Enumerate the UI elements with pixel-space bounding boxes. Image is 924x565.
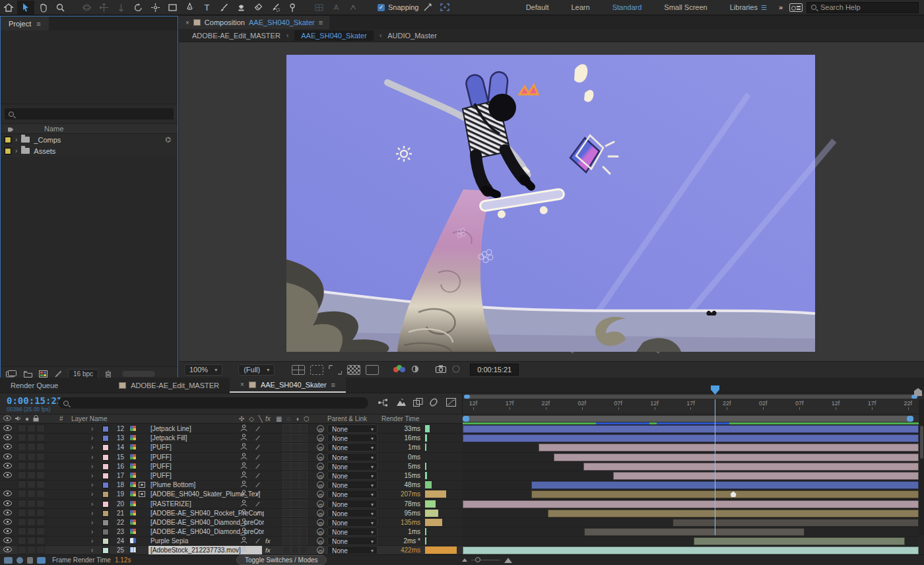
table-row[interactable]: › 13 [Jetpack Fill] ∕ @ None▾ 16ms: [0, 434, 462, 443]
shy-switch-icon[interactable]: [240, 509, 248, 517]
shy-switch-icon[interactable]: [240, 471, 248, 480]
pickwhip-icon[interactable]: @: [317, 472, 324, 479]
layer-track[interactable]: [463, 527, 919, 537]
layer-visibility-eye-icon[interactable]: [3, 527, 13, 536]
layer-duration-bar[interactable]: [548, 510, 919, 517]
table-row[interactable]: › 19 [ADOBE_SH040_Skater_Plume_Tex] ∕ @ …: [0, 490, 462, 499]
layer-expand-chevron[interactable]: ›: [91, 537, 93, 545]
parent-select[interactable]: None▾: [327, 509, 378, 517]
workspace-tab[interactable]: Standard: [601, 3, 653, 11]
lock-column-icon[interactable]: [33, 415, 39, 423]
layer-expand-chevron[interactable]: ›: [91, 462, 93, 471]
quality-switch-icon[interactable]: ∕: [257, 471, 259, 480]
tab-project[interactable]: Project ≡: [1, 17, 49, 30]
eraser-tool-icon[interactable]: [249, 1, 267, 15]
layer-visibility-eye-icon[interactable]: [3, 500, 13, 508]
table-row[interactable]: › 21 [ADOBE-AE_SH040_Rocket_PreComp] ∕ @…: [0, 509, 462, 518]
parent-select[interactable]: None▾: [327, 527, 378, 536]
layer-track[interactable]: [463, 481, 919, 490]
parent-select[interactable]: None▾: [327, 443, 378, 451]
layer-name-column-header[interactable]: Layer Name: [71, 415, 107, 422]
zoom-scrub-icon[interactable]: [419, 1, 436, 15]
per-character-3d-icon[interactable]: A: [327, 1, 345, 15]
pickwhip-icon[interactable]: @: [317, 490, 324, 498]
layer-visibility-eye-icon[interactable]: [3, 509, 13, 517]
switch-cells[interactable]: [282, 518, 308, 527]
shy-switch-icon[interactable]: [240, 537, 248, 545]
layer-duration-bar[interactable]: [531, 490, 919, 498]
ik-joint-icon[interactable]: [345, 1, 362, 15]
viewer-timecode[interactable]: 0:00:15:21: [470, 364, 519, 376]
layer-duration-bar[interactable]: [463, 425, 919, 433]
parent-select[interactable]: None▾: [327, 424, 378, 433]
parent-select[interactable]: None▾: [327, 500, 378, 508]
layer-color-swatch[interactable]: [102, 547, 109, 554]
layer-color-swatch[interactable]: [102, 491, 109, 498]
layer-expand-chevron[interactable]: ›: [91, 434, 93, 442]
manage-extensions-icon[interactable]: [789, 3, 803, 12]
table-row[interactable]: › 17 [PUFF] ∕ @ None▾ 15ms: [0, 471, 462, 481]
layer-duration-bar[interactable]: [463, 547, 919, 554]
table-row[interactable]: › 15 [PUFF] ∕ @ None▾ 0ms: [0, 453, 462, 462]
layer-duration-bar[interactable]: [463, 434, 919, 442]
layer-duration-bar[interactable]: [583, 463, 919, 471]
shy-switch-icon[interactable]: [240, 453, 248, 461]
layer-track[interactable]: [463, 500, 919, 509]
shy-switch-icon[interactable]: [240, 424, 248, 433]
interpret-footage-icon[interactable]: [6, 370, 17, 378]
folder-name[interactable]: Assets: [34, 147, 55, 155]
layer-expand-chevron[interactable]: ›: [91, 509, 93, 517]
switch-cells[interactable]: [282, 424, 308, 433]
breadcrumb-master[interactable]: ADOBE-AE_Edit_MASTER: [192, 32, 280, 40]
timeline-zoom-control[interactable]: [462, 558, 512, 563]
layer-duration-bar[interactable]: [584, 528, 805, 536]
project-item-row[interactable]: › _Comps ⌬: [1, 134, 178, 145]
layer-duration-bar[interactable]: [613, 472, 919, 480]
rotation-tool-icon[interactable]: [129, 1, 147, 15]
playhead-line[interactable]: [715, 399, 715, 535]
thumbnail-size-slider[interactable]: [122, 371, 155, 377]
toggle-switches-modes-button[interactable]: Toggle Switches / Modes: [236, 555, 327, 565]
region-of-interest-icon[interactable]: [329, 365, 342, 375]
pan-camera-tool-icon[interactable]: [95, 1, 112, 15]
switch-cells[interactable]: [282, 434, 308, 442]
switch-cells[interactable]: [282, 462, 308, 471]
switch-cells[interactable]: [282, 527, 308, 536]
tab-composition[interactable]: × Composition AAE_SH040_Skater ≡: [179, 16, 329, 29]
audio-column-icon[interactable]: [15, 415, 21, 423]
region-of-interest-capture-icon[interactable]: [436, 1, 453, 15]
tab-active-comp[interactable]: ×AAE_SH040_Skater≡: [230, 378, 346, 393]
label-color-swatch[interactable]: [5, 137, 11, 143]
mask-visibility-icon[interactable]: [310, 365, 323, 375]
rectangle-tool-icon[interactable]: [164, 1, 181, 15]
switch-cells[interactable]: [282, 471, 308, 480]
zoom-slider[interactable]: [471, 560, 500, 560]
layer-visibility-eye-icon[interactable]: [3, 471, 13, 480]
timeline-vertical-scrollbar[interactable]: [919, 399, 924, 535]
render-refresh-icon[interactable]: [16, 557, 23, 564]
layer-color-swatch[interactable]: [102, 482, 109, 488]
name-column-header[interactable]: Name: [44, 125, 63, 133]
layer-visibility-eye-icon[interactable]: [3, 518, 13, 527]
parent-select[interactable]: None▾: [327, 434, 378, 442]
table-row[interactable]: › 12 [Jetpack Line] ∕ @ None▾ 33ms: [0, 424, 462, 434]
quality-switch-icon[interactable]: ∕: [257, 434, 259, 442]
pickwhip-icon[interactable]: @: [317, 519, 324, 526]
av-feature-cells[interactable]: [18, 434, 45, 442]
parent-select[interactable]: None▾: [327, 471, 378, 480]
workspace-menu-icon[interactable]: ☰: [761, 4, 767, 11]
type-tool-icon[interactable]: T: [198, 1, 215, 15]
table-row[interactable]: › 18 [Plume Bottom] ∕ @ None▾ 48ms: [0, 481, 462, 490]
quality-switch-icon[interactable]: ∕: [257, 546, 259, 554]
layer-track[interactable]: [463, 471, 919, 481]
shy-switch-icon[interactable]: [240, 527, 248, 536]
layer-visibility-eye-icon[interactable]: [3, 424, 13, 433]
layer-track[interactable]: [463, 518, 919, 527]
exposure-icon[interactable]: [411, 364, 420, 375]
parent-select[interactable]: None▾: [327, 546, 378, 554]
layer-expand-chevron[interactable]: ›: [91, 500, 93, 508]
layer-color-swatch[interactable]: [102, 473, 109, 479]
new-composition-icon[interactable]: [39, 370, 48, 378]
layer-expand-chevron[interactable]: ›: [91, 453, 93, 461]
help-search-input[interactable]: Search Help: [807, 2, 919, 13]
